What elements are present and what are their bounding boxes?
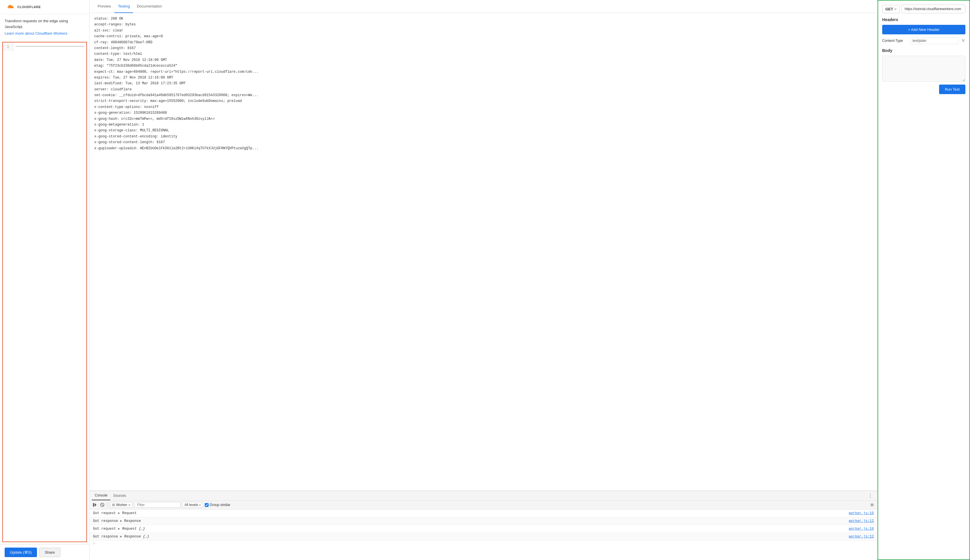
console-tab-bar: Console Sources ⋮ (90, 491, 877, 500)
log-source-link[interactable]: worker.js:12 (849, 534, 874, 539)
svg-rect-0 (93, 503, 94, 507)
response-line: x-goog-generation: 1520961815289408 (94, 110, 873, 116)
response-line: x-goog-hash: crc32c=mmTmPw==, md5=dfI8sz… (94, 116, 873, 122)
update-button[interactable]: Update (⌘S) (5, 548, 37, 557)
editor-content[interactable] (13, 42, 86, 542)
console-area: Console Sources ⋮ Worker (90, 491, 877, 560)
body-title: Body (882, 48, 965, 53)
filter-input[interactable] (134, 502, 180, 508)
worker-icon (112, 503, 115, 506)
response-area: status: 200 OKaccept-ranges: bytesalt-sv… (90, 13, 877, 491)
tab-bar: Preview Testing Documentation (90, 0, 877, 13)
method-url-row: GET (882, 5, 965, 13)
worker-select[interactable]: Worker (110, 502, 133, 508)
console-clear-icon[interactable] (99, 502, 105, 508)
group-similar-container: Group similar (205, 503, 230, 507)
response-line: last-modified: Tue, 13 Mar 2018 17:23:35… (94, 80, 873, 86)
response-line: cf-ray: 480486007dc79ee7-ORD (94, 40, 873, 45)
header-delete-button[interactable]: ✕ (960, 38, 966, 43)
add-header-button[interactable]: + Add New Header (882, 25, 965, 34)
response-line: x-content-type-options: nosniff (94, 104, 873, 110)
log-source-link[interactable]: worker.js:10 (849, 526, 874, 532)
run-test-button[interactable]: Run Test (939, 85, 965, 94)
response-line: set-cookie: __cfduid=dfbcda941a49db59517… (94, 92, 873, 98)
svg-marker-1 (95, 503, 97, 507)
response-line: cache-control: private, max-age=0 (94, 33, 873, 39)
svg-line-3 (101, 504, 104, 506)
run-test-row: Run Test (882, 85, 965, 94)
console-log-area: Got request ▶ Requestworker.js:10Got res… (90, 510, 877, 560)
header-key: Content-Type (882, 39, 908, 43)
log-arrow: ▶ (120, 519, 124, 523)
log-message: Got response ▶ Response {…} (93, 534, 845, 539)
log-entry: Got response ▶ Responseworker.js:12 (90, 517, 877, 525)
learn-more-link[interactable]: Learn more about Cloudflare Workers (5, 31, 67, 35)
response-line: x-goog-storage-class: MULTI_REGIONAL (94, 128, 873, 133)
tab-testing[interactable]: Testing (114, 0, 133, 13)
separator-1 (107, 503, 108, 507)
learn-more-link-container: Learn more about Cloudflare Workers (0, 31, 89, 40)
response-line: strict-transport-security: max-age=15552… (94, 98, 873, 104)
response-line: x-goog-stored-content-length: 8167 (94, 139, 873, 145)
tab-preview[interactable]: Preview (94, 0, 114, 13)
svg-point-5 (113, 505, 114, 505)
left-panel: CLOUDFLARE Transform requests on the edg… (0, 0, 90, 560)
svg-point-6 (871, 504, 873, 506)
log-source-link[interactable]: worker.js:12 (849, 518, 874, 523)
console-tab-sources[interactable]: Sources (110, 491, 129, 500)
log-message: Got request ▶ Request (93, 511, 845, 516)
share-button[interactable]: Share (39, 548, 60, 557)
console-more-options[interactable]: ⋮ (866, 491, 875, 500)
console-prompt[interactable]: > (90, 541, 877, 547)
log-entry: Got request ▶ Requestworker.js:10 (90, 510, 877, 517)
logo-area: CLOUDFLARE (0, 0, 89, 14)
cloudflare-logo-icon (5, 3, 15, 10)
response-line: server: cloudflare (94, 87, 873, 92)
response-line: accept-ranges: bytes (94, 22, 873, 27)
log-entry: Got response ▶ Response {…}worker.js:12 (90, 533, 877, 541)
log-message: Got request ▶ Request {…} (93, 526, 845, 532)
method-chevron-icon (894, 8, 897, 10)
url-input[interactable] (902, 5, 965, 13)
response-line: x-goog-stored-content-encoding: identity (94, 133, 873, 139)
tab-documentation[interactable]: Documentation (133, 0, 165, 13)
body-textarea[interactable] (882, 56, 965, 82)
center-panel: Preview Testing Documentation status: 20… (90, 0, 878, 560)
response-line: date: Tue, 27 Nov 2018 12:16:00 GMT (94, 57, 873, 63)
logo-text: CLOUDFLARE (17, 5, 41, 9)
response-line: expires: Tue, 27 Nov 2018 12:16:00 GMT (94, 75, 873, 80)
log-arrow: ▶ (118, 511, 122, 515)
description-text: Transform requests on the edge using Jav… (0, 14, 89, 31)
group-similar-checkbox[interactable] (205, 503, 209, 507)
response-line: alt-svc: clear (94, 28, 873, 33)
header-row: Content-Type ✕ (882, 37, 965, 44)
response-line: status: 200 OK (94, 16, 873, 22)
response-line: x-guploader-uploadid: AEnB2UoOelFkS61le2… (94, 145, 873, 151)
response-line: content-length: 8167 (94, 45, 873, 51)
line-numbers: 1 (3, 42, 13, 51)
editor-cursor-line (16, 46, 84, 47)
console-gear-icon[interactable] (869, 502, 875, 508)
log-arrow: ▶ (118, 527, 122, 531)
levels-select[interactable]: All levels (182, 502, 203, 508)
console-tab-console[interactable]: Console (92, 491, 110, 500)
header-value-input[interactable] (910, 37, 958, 44)
response-line: x-goog-metageneration: 1 (94, 122, 873, 128)
log-source-link[interactable]: worker.js:10 (849, 511, 874, 516)
levels-chevron-icon (199, 504, 201, 506)
right-panel: GET Headers + Add New Header Content-Typ… (878, 0, 970, 560)
method-select[interactable]: GET (882, 5, 900, 13)
log-arrow: ▶ (120, 535, 124, 538)
console-run-icon[interactable] (92, 502, 98, 508)
response-line: etag: "75f23cb330d68b05cda21dcececca524" (94, 63, 873, 69)
cloudflare-logo: CLOUDFLARE (5, 3, 41, 10)
console-toolbar: Worker All levels Group similar (90, 500, 877, 510)
bottom-buttons: Update (⌘S) Share (0, 544, 89, 560)
response-line: content-type: text/html (94, 51, 873, 57)
chevron-down-icon (128, 504, 130, 506)
code-editor[interactable]: 1 (2, 42, 87, 542)
log-entry: Got request ▶ Request {…}worker.js:10 (90, 525, 877, 533)
headers-title: Headers (882, 17, 965, 22)
response-line: expect-ct: max-age=604800, report-uri="h… (94, 69, 873, 75)
log-message: Got response ▶ Response (93, 518, 845, 523)
